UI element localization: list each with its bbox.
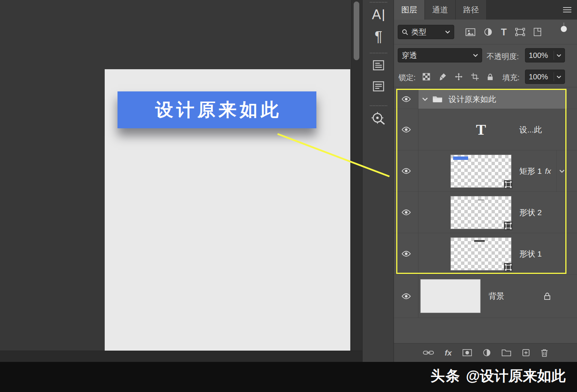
new-layer-icon[interactable] [522,349,530,357]
thumbnail-shape-mark [478,199,484,201]
fill-value[interactable]: 100% [525,70,565,84]
opacity-label: 不透明度: [487,52,519,62]
folder-icon [432,96,443,103]
layer-row-shape1[interactable]: 形状 1 [394,233,577,275]
tab-layers[interactable]: 图层 [394,0,425,20]
layer-thumbnail[interactable] [451,238,511,270]
canvas-vertical-scrollbar[interactable] [351,0,362,351]
tab-paths[interactable]: 路径 [456,0,487,20]
watermark-handle: @设计原来如此 [466,366,566,386]
group-disclosure-chevron[interactable] [422,97,428,101]
adjustment-layer-icon[interactable] [483,349,491,357]
dock-grip [370,2,387,3]
visibility-eye-icon[interactable] [394,150,418,191]
vector-mask-badge-icon [504,180,513,189]
lock-all-icon[interactable] [487,73,493,81]
layers-panel: 图层 通道 路径 类型 [394,0,577,362]
opacity-value[interactable]: 100% [525,48,565,62]
vector-mask-badge-icon [504,222,513,230]
layer-name: 背景 [488,291,504,301]
blend-opacity-row: 穿透 不透明度: 100% [394,44,577,66]
panel-menu-icon[interactable] [563,7,572,13]
tab-channels[interactable]: 通道 [425,0,456,20]
visibility-eye-icon[interactable] [394,233,418,274]
filter-shape-layers-icon[interactable] [515,28,525,36]
new-group-folder-icon[interactable] [502,349,511,356]
character-styles-panel-icon[interactable] [363,60,394,70]
canvas-bottom-gutter [0,351,362,362]
vector-mask-badge-icon [504,263,513,272]
layer-row-background[interactable]: 背景 [394,275,577,318]
paragraph-styles-panel-icon[interactable] [363,81,394,91]
blend-mode-select[interactable]: 穿透 [398,48,482,62]
filter-smart-objects-icon[interactable] [534,28,541,36]
chevron-down-icon [473,54,478,57]
document-artboard[interactable]: 设计原来如此 [105,69,350,351]
layer-thumbnail[interactable] [451,196,511,229]
layer-fx-label[interactable]: fx [545,167,551,176]
watermark: 头条 @设计原来如此 [430,366,566,386]
visibility-eye-icon[interactable] [394,275,418,318]
visibility-eye-icon[interactable] [394,109,418,150]
background-lock-icon[interactable] [544,292,550,300]
chevron-down-icon [445,30,450,33]
lock-fill-row: 锁定: 填充: 100% [394,66,577,87]
character-panel-icon[interactable]: A| [363,7,394,23]
photoshop-window: 设计原来如此 A| ¶ 图层 通道 路径 [0,0,577,392]
canvas-area[interactable]: 设计原来如此 [0,0,351,351]
layer-name: 设计原来如此 [449,94,496,105]
scrollbar-thumb[interactable] [354,2,359,60]
lock-transparency-icon[interactable] [423,73,430,81]
text-layer-thumbnail[interactable]: T [451,109,511,150]
thumbnail-blue-shape [453,156,468,160]
clone-source-panel-icon[interactable] [363,111,394,126]
dock-grip [370,53,387,53]
fill-label: 填充: [502,73,520,83]
lock-label: 锁定: [398,73,416,83]
banner-rectangle: 设计原来如此 [118,91,316,128]
filter-type-select[interactable]: 类型 [398,25,454,39]
lock-artboard-icon[interactable] [471,73,479,81]
layer-name: 形状 2 [519,207,542,218]
layer-filter-row: 类型 T [394,20,577,44]
layer-row-text[interactable]: T 设...此 [394,109,577,150]
filter-type-layers-icon[interactable]: T [501,27,507,38]
layer-name: 形状 1 [519,249,542,259]
layer-thumbnail[interactable] [451,155,511,187]
layer-style-fx-icon[interactable]: fx [445,348,452,357]
layers-panel-toolbar: fx [394,343,577,362]
bottom-bar: 头条 @设计原来如此 [0,362,577,392]
paragraph-panel-icon[interactable]: ¶ [363,29,394,45]
thumbnail-shape-mark [474,240,485,242]
lock-position-move-icon[interactable] [455,73,463,81]
layer-row-shape2[interactable]: 形状 2 [394,192,577,233]
dock-grip [370,105,387,106]
add-mask-icon[interactable] [463,349,472,356]
search-icon [402,29,408,35]
delete-layer-trash-icon[interactable] [541,349,548,357]
layer-name: 设...此 [519,125,542,135]
filter-pixel-layers-icon[interactable] [466,28,475,36]
layer-row-group[interactable]: 设计原来如此 [394,90,577,109]
layer-row-rectangle[interactable]: 矩形 1 fx [394,150,577,192]
chevron-down-icon [557,54,561,57]
watermark-brand: 头条 [430,366,461,386]
chevron-down-icon [557,76,561,78]
visibility-eye-icon[interactable] [394,192,418,233]
filter-adjustment-layers-icon[interactable] [484,28,492,36]
fx-collapse-chevron[interactable] [556,150,567,191]
link-layers-icon[interactable] [423,350,434,356]
panel-tabbar: 图层 通道 路径 [394,0,577,20]
lock-pixels-brush-icon[interactable] [439,73,446,81]
visibility-eye-icon[interactable] [394,90,418,109]
filter-switch-toggle[interactable] [560,22,567,33]
panel-dock-strip: A| ¶ [362,0,394,362]
background-thumbnail[interactable] [421,280,480,313]
banner-text: 设计原来如此 [152,98,282,122]
layer-name: 矩形 1 [519,166,542,176]
